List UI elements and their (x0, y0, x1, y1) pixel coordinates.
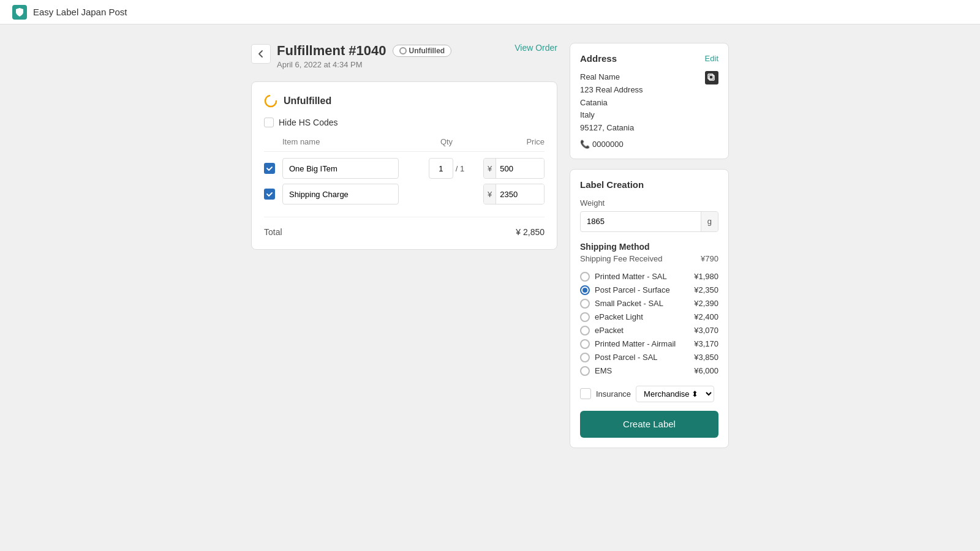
shipping-option-price-5: ¥3,170 (694, 339, 718, 348)
list-item[interactable]: Small Packet - SAL ¥2,390 (580, 299, 718, 309)
item-check-0 (264, 163, 282, 174)
list-item[interactable]: ePacket Light ¥2,400 (580, 312, 718, 322)
view-order-link[interactable]: View Order (514, 43, 557, 53)
item-name-input-1[interactable] (282, 184, 399, 204)
copy-address-button[interactable] (705, 71, 718, 84)
item-qty-0: / 1 (410, 158, 483, 179)
hide-hs-checkbox[interactable] (264, 118, 274, 127)
checkmark-icon-0 (266, 165, 273, 172)
shipping-fee-value: ¥790 (701, 254, 718, 263)
back-arrow-icon (257, 50, 265, 58)
items-table: Item name Qty Price (264, 137, 545, 237)
shipping-option-left-3: ePacket Light (580, 312, 643, 322)
address-city: Catania (580, 97, 643, 110)
shipping-option-price-1: ¥2,350 (694, 285, 718, 294)
item-check-1 (264, 189, 282, 200)
shipping-option-name-6: Post Parcel - SAL (595, 353, 658, 362)
insurance-row: Insurance Merchandise ⬍ (580, 386, 718, 402)
list-item[interactable]: ePacket ¥3,070 (580, 326, 718, 335)
list-item[interactable]: Post Parcel - Surface ¥2,350 (580, 285, 718, 295)
address-card: Address Edit Real Name 123 Real Address … (570, 43, 729, 159)
items-header: Item name Qty Price (264, 137, 545, 152)
fulfillment-id: Fulfillment #1040 (277, 43, 386, 59)
shipping-option-name-1: Post Parcel - Surface (595, 285, 670, 294)
unfulfilled-spinner-icon (264, 94, 277, 108)
shipping-radio-2[interactable] (580, 299, 590, 309)
main-content: Fulfillment #1040 Unfulfilled April 6, 2… (0, 24, 980, 551)
insurance-checkbox[interactable] (580, 388, 591, 399)
shipping-option-price-3: ¥2,400 (694, 312, 718, 321)
weight-field-label: Weight (580, 198, 718, 208)
col-item-name-header: Item name (282, 137, 410, 146)
edit-address-link[interactable]: Edit (705, 54, 718, 63)
price-prefix-0: ¥ (484, 159, 496, 178)
address-copy-row: Real Name 123 Real Address Catania Italy… (580, 71, 718, 135)
phone-row: 📞 0000000 (580, 140, 718, 149)
address-street: 123 Real Address (580, 84, 643, 97)
phone-number: 0000000 (592, 140, 624, 149)
list-item[interactable]: EMS ¥6,000 (580, 366, 718, 376)
label-creation-title: Label Creation (580, 179, 718, 190)
svg-rect-2 (708, 74, 713, 79)
shipping-radio-7[interactable] (580, 366, 590, 376)
weight-input[interactable] (581, 217, 701, 226)
shipping-option-price-6: ¥3,850 (694, 353, 718, 362)
shipping-radio-5[interactable] (580, 339, 590, 349)
hide-hs-label: Hide HS Codes (279, 118, 338, 127)
shipping-radio-6[interactable] (580, 353, 590, 362)
app-logo (12, 5, 27, 20)
shipping-option-name-0: Printed Matter - SAL (595, 272, 667, 281)
col-qty-header: Qty (410, 137, 483, 146)
address-title: Address (580, 53, 617, 64)
list-item[interactable]: Printed Matter - Airmail ¥3,170 (580, 339, 718, 349)
shipping-radio-3[interactable] (580, 312, 590, 322)
item-price-1: ¥ (483, 184, 545, 204)
item-qty-total-0: / 1 (456, 164, 464, 173)
price-input-0[interactable] (496, 159, 545, 178)
topbar: Easy Label Japan Post (0, 0, 980, 24)
shipping-option-price-0: ¥1,980 (694, 272, 718, 281)
price-wrap-0: ¥ (483, 158, 545, 179)
shipping-option-name-3: ePacket Light (595, 312, 643, 321)
shipping-option-left-5: Printed Matter - Airmail (580, 339, 676, 349)
unfulfilled-badge: Unfulfilled (393, 45, 452, 57)
shipping-radio-4[interactable] (580, 326, 590, 335)
shipping-radio-0[interactable] (580, 272, 590, 282)
logo-icon (15, 7, 24, 17)
items-card: Unfulfilled Hide HS Codes Item name Qty … (251, 81, 557, 250)
list-item[interactable]: Printed Matter - SAL ¥1,980 (580, 272, 718, 282)
address-header: Address Edit (580, 53, 718, 64)
fulfillment-title-block: Fulfillment #1040 Unfulfilled April 6, 2… (277, 43, 451, 69)
shipping-options: Printed Matter - SAL ¥1,980 Post Parcel … (580, 272, 718, 376)
price-input-1[interactable] (496, 184, 545, 204)
shipping-fee-row: Shipping Fee Received ¥790 (580, 254, 718, 263)
unfulfilled-section-title: Unfulfilled (284, 96, 331, 107)
label-creation-card: Label Creation Weight g Shipping Method … (570, 169, 729, 448)
back-button[interactable] (251, 44, 271, 64)
shipping-option-price-2: ¥2,390 (694, 299, 718, 308)
item-checkbox-1[interactable] (264, 189, 275, 200)
item-checkbox-0[interactable] (264, 163, 275, 174)
shipping-option-left-7: EMS (580, 366, 612, 376)
shipping-option-name-5: Printed Matter - Airmail (595, 339, 676, 348)
shipping-option-left-2: Small Packet - SAL (580, 299, 663, 309)
total-value: ¥ 2,850 (516, 227, 545, 237)
shipping-option-left-6: Post Parcel - SAL (580, 353, 658, 362)
shipping-radio-1[interactable] (580, 285, 590, 295)
item-qty-input-0[interactable] (429, 158, 453, 179)
shipping-option-left-0: Printed Matter - SAL (580, 272, 667, 282)
item-name-col-1 (282, 184, 410, 204)
shipping-option-left-4: ePacket (580, 326, 624, 335)
table-row: ¥ (264, 184, 545, 204)
fulfillment-title: Fulfillment #1040 Unfulfilled (277, 43, 451, 59)
address-lines: Real Name 123 Real Address Catania Italy… (580, 71, 643, 135)
app-name: Easy Label Japan Post (33, 7, 127, 17)
fulfillment-header: Fulfillment #1040 Unfulfilled April 6, 2… (251, 43, 557, 69)
create-label-button[interactable]: Create Label (580, 411, 718, 438)
merchandise-select[interactable]: Merchandise ⬍ (636, 386, 714, 402)
svg-rect-1 (709, 75, 714, 80)
fulfillment-header-left: Fulfillment #1040 Unfulfilled April 6, 2… (251, 43, 451, 69)
list-item[interactable]: Post Parcel - SAL ¥3,850 (580, 353, 718, 362)
item-name-input-0[interactable] (282, 158, 399, 179)
address-name: Real Name (580, 71, 643, 84)
